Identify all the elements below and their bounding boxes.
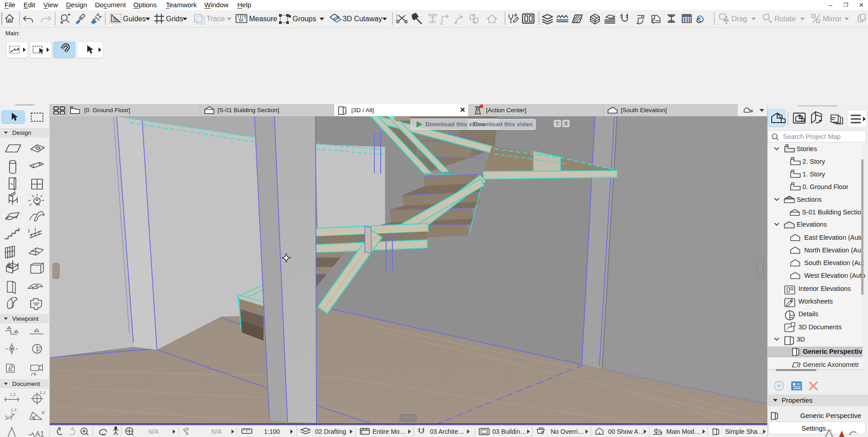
svg-text:Rotate: Rotate xyxy=(774,15,796,23)
svg-text:12: 12 xyxy=(239,18,243,22)
svg-text:α: α xyxy=(42,409,45,415)
svg-text:Mirror: Mirror xyxy=(823,15,842,23)
svg-text:Trace: Trace xyxy=(207,15,225,23)
svg-text:Drag: Drag xyxy=(731,15,747,23)
svg-text:Grids: Grids xyxy=(166,15,183,23)
svg-text:Guides: Guides xyxy=(123,15,146,23)
svg-text:1.2: 1.2 xyxy=(10,392,16,397)
svg-text:1.2: 1.2 xyxy=(11,408,17,412)
svg-text:Measure: Measure xyxy=(249,15,277,23)
svg-text:A1: A1 xyxy=(35,430,44,437)
svg-text:3D Cutaway: 3D Cutaway xyxy=(343,15,382,23)
svg-text:1.2: 1.2 xyxy=(40,390,46,395)
svg-text:Groups: Groups xyxy=(292,15,316,23)
